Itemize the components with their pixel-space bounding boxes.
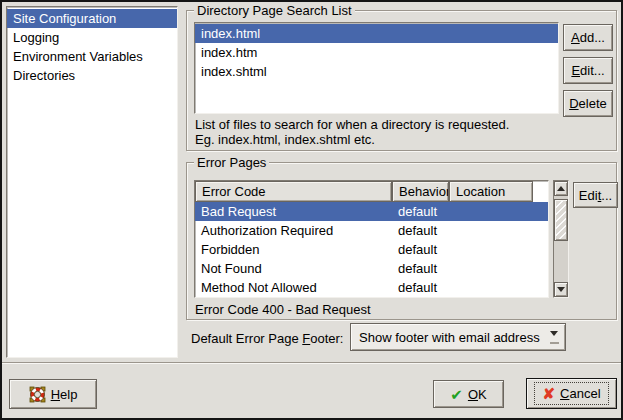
default-error-page-footer-label: Default Error Page Footer:: [191, 331, 343, 346]
directory-description-line1: List of files to search for when a direc…: [195, 117, 509, 132]
cell-error-code: Not Found: [195, 259, 392, 278]
sidebar-item-directories[interactable]: Directories: [7, 66, 177, 85]
edit-button-label: Edit...: [571, 63, 604, 78]
file-list-item[interactable]: index.html: [195, 24, 558, 43]
cell-behavior: default: [392, 278, 449, 297]
cancel-button-label: Cancel: [560, 386, 600, 401]
cell-location: [449, 202, 533, 221]
directory-frame-title: Directory Page Search List: [194, 3, 355, 18]
directory-page-search-frame: Directory Page Search List index.html in…: [186, 10, 617, 151]
edit-button[interactable]: Edit...: [563, 57, 613, 84]
table-row[interactable]: Not Found default: [195, 259, 548, 278]
table-row[interactable]: Method Not Allowed default: [195, 278, 548, 297]
table-row[interactable]: Bad Request default: [195, 202, 548, 221]
down-arrow-icon: [557, 287, 565, 296]
cancel-button[interactable]: ✘ Cancel: [526, 378, 617, 409]
sidebar-item-site-configuration[interactable]: Site Configuration: [7, 9, 177, 28]
error-table-scrollbar[interactable]: [553, 180, 569, 298]
ok-button[interactable]: ✔ OK: [433, 380, 504, 408]
directory-description-line2: Eg. index.html, index.shtml etc.: [195, 132, 375, 147]
cell-behavior: default: [392, 202, 449, 221]
error-pages-frame: Error Pages Error Code Behavior Location…: [186, 162, 617, 320]
combo-selected-value: Show footer with email address: [351, 330, 543, 345]
delete-button[interactable]: Delete: [563, 90, 613, 117]
up-arrow-icon: [557, 182, 565, 191]
column-header-location[interactable]: Location: [449, 181, 533, 202]
directory-file-list: index.html index.htm index.shtml: [194, 22, 559, 114]
category-list: Site Configuration Logging Environment V…: [6, 6, 178, 358]
x-icon: ✘: [542, 386, 555, 401]
column-header-behavior[interactable]: Behavior: [392, 181, 449, 202]
sidebar-item-environment-variables[interactable]: Environment Variables: [7, 47, 177, 66]
cell-error-code: Authorization Required: [195, 221, 392, 240]
column-header-filler: [533, 181, 548, 202]
add-button-label: Add...: [571, 30, 605, 45]
life-preserver-icon: [29, 386, 46, 403]
delete-button-label: Delete: [569, 96, 607, 111]
cell-error-code: Forbidden: [195, 240, 392, 259]
cell-behavior: default: [392, 259, 449, 278]
cell-error-code: Method Not Allowed: [195, 278, 392, 297]
cell-behavior: default: [392, 240, 449, 259]
cell-behavior: default: [392, 221, 449, 240]
error-code-status: Error Code 400 - Bad Request: [195, 302, 371, 317]
help-button[interactable]: Help: [9, 379, 97, 409]
cell-location: [449, 240, 533, 259]
error-edit-button-label: Edit...: [579, 188, 612, 203]
action-area-separator: [2, 362, 621, 364]
scrollbar-thumb[interactable]: [554, 199, 568, 241]
scrollbar-up-button[interactable]: [554, 181, 568, 196]
error-frame-title: Error Pages: [194, 155, 269, 170]
cell-location: [449, 259, 533, 278]
cell-location: [449, 221, 533, 240]
help-button-label: Help: [51, 387, 78, 402]
sidebar-item-logging[interactable]: Logging: [7, 28, 177, 47]
scrollbar-down-button[interactable]: [554, 282, 568, 297]
cell-location: [449, 278, 533, 297]
error-pages-table: Error Code Behavior Location Bad Request…: [194, 180, 549, 298]
cancel-focus-ring: ✘ Cancel: [534, 382, 608, 405]
ok-button-label: OK: [468, 387, 487, 402]
check-icon: ✔: [450, 387, 463, 402]
error-table-header: Error Code Behavior Location: [195, 181, 548, 202]
dropdown-arrow-icon[interactable]: [543, 331, 565, 344]
column-header-error-code[interactable]: Error Code: [195, 181, 392, 202]
table-row[interactable]: Authorization Required default: [195, 221, 548, 240]
file-list-item[interactable]: index.shtml: [195, 62, 558, 81]
file-list-item[interactable]: index.htm: [195, 43, 558, 62]
default-error-page-footer-select[interactable]: Show footer with email address: [350, 323, 566, 351]
error-edit-button[interactable]: Edit...: [573, 182, 618, 208]
site-configuration-dialog: Site Configuration Logging Environment V…: [0, 0, 623, 420]
table-row[interactable]: Forbidden default: [195, 240, 548, 259]
add-button[interactable]: Add...: [563, 24, 613, 51]
cell-error-code: Bad Request: [195, 202, 392, 221]
